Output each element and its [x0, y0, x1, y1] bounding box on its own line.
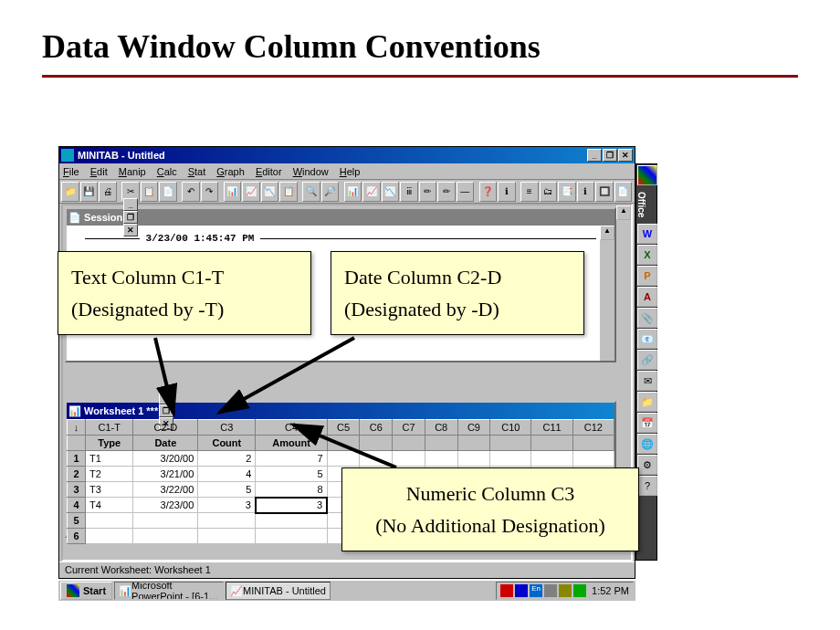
toolbar-button[interactable]: ⅲ	[400, 182, 418, 202]
session-maximize[interactable]: ❐	[123, 211, 138, 224]
toolbar-button[interactable]: 📈	[242, 182, 260, 202]
cell[interactable]: 3/20/00	[133, 451, 198, 467]
taskbar-task[interactable]: 📈 MINITAB - Untitled	[226, 582, 331, 600]
toolbar-button[interactable]: 📊	[224, 182, 242, 202]
cell[interactable]	[425, 451, 457, 467]
access-icon[interactable]: A	[637, 287, 657, 307]
minimize-button[interactable]: _	[587, 149, 602, 162]
col-header[interactable]: C3	[198, 420, 256, 436]
maximize-button[interactable]: ❐	[603, 149, 617, 162]
cell[interactable]: 7	[256, 451, 327, 467]
settings-icon[interactable]: ⚙	[637, 455, 657, 475]
menu-help[interactable]: Help	[340, 166, 361, 177]
toolbar-button[interactable]: ✏	[419, 182, 437, 202]
toolbar-button[interactable]: 🗂	[540, 182, 558, 202]
toolbar-button[interactable]: 🔍	[302, 182, 320, 202]
cell[interactable]	[327, 451, 360, 467]
cell[interactable]	[490, 451, 531, 467]
cell[interactable]	[133, 513, 198, 529]
session-close[interactable]: ✕	[123, 224, 138, 236]
titlebar[interactable]: MINITAB - Untitled _ ❐ ✕	[59, 147, 635, 163]
toolbar-button[interactable]: 📉	[382, 182, 400, 202]
col-header[interactable]: C8	[425, 420, 457, 436]
excel-icon[interactable]: X	[637, 245, 657, 265]
cell[interactable]	[256, 529, 327, 544]
toolbar-button[interactable]: 📄	[614, 182, 633, 202]
session-scrollbar[interactable]: ▲	[600, 226, 614, 361]
system-tray[interactable]: En 1:52 PM	[496, 582, 634, 600]
cell[interactable]	[393, 451, 425, 467]
cell[interactable]: T1	[86, 451, 133, 467]
cell[interactable]: 4	[198, 467, 256, 482]
toolbar-button[interactable]: 📑	[558, 182, 576, 202]
menu-edit[interactable]: Edit	[90, 166, 108, 177]
shortcut-icon[interactable]: 🔗	[637, 350, 657, 370]
toolbar-button[interactable]: ↶	[182, 182, 200, 202]
row-header[interactable]: 6	[68, 529, 86, 544]
col-name[interactable]	[572, 436, 614, 451]
word-icon[interactable]: W	[637, 224, 657, 244]
taskbar-task[interactable]: 📊 Microsoft PowerPoint - [6-1...	[114, 582, 224, 600]
cell[interactable]: 5	[256, 467, 327, 482]
folder-icon[interactable]: 📁	[637, 392, 657, 412]
toolbar-button[interactable]: 📄	[159, 182, 177, 202]
cell[interactable]: T4	[86, 498, 133, 513]
toolbar-button[interactable]: ≡	[520, 182, 539, 202]
toolbar-button[interactable]: ✏	[437, 182, 456, 202]
cell[interactable]: 3/23/00	[133, 498, 198, 513]
col-name[interactable]	[327, 436, 360, 451]
network-icon[interactable]: 🌐	[637, 434, 657, 454]
col-name[interactable]: Amount	[256, 436, 327, 451]
cell[interactable]	[86, 529, 133, 544]
col-header[interactable]: C6	[360, 420, 393, 436]
col-header[interactable]: C11	[531, 420, 572, 436]
binder-icon[interactable]: 📎	[637, 308, 657, 328]
row-header[interactable]: 2	[68, 467, 86, 482]
col-name[interactable]: Date	[133, 436, 198, 451]
cell[interactable]: 3	[198, 498, 256, 513]
mail-icon[interactable]: ✉	[637, 371, 657, 391]
antivirus-icon[interactable]	[500, 584, 513, 597]
col-name[interactable]	[393, 436, 425, 451]
cell[interactable]: 3/21/00	[133, 467, 198, 482]
session-minimize[interactable]: _	[123, 198, 138, 211]
outlook-icon[interactable]: 📧	[637, 329, 657, 349]
cell[interactable]	[86, 513, 133, 529]
toolbar-button[interactable]: 🖨	[99, 182, 117, 202]
row-header[interactable]: 5	[68, 513, 86, 529]
menu-calc[interactable]: Calc	[157, 166, 177, 177]
col-header[interactable]: C12	[572, 420, 614, 436]
cell[interactable]: 3/22/00	[133, 482, 198, 498]
worksheet-maximize[interactable]: ❐	[159, 404, 173, 417]
cell[interactable]	[572, 451, 614, 467]
cell[interactable]: T3	[86, 482, 133, 498]
cell[interactable]	[133, 529, 198, 544]
toolbar-button[interactable]: 📉	[261, 182, 279, 202]
toolbar-button[interactable]: 💾	[80, 182, 99, 202]
close-button[interactable]: ✕	[618, 149, 633, 162]
row-header[interactable]: 1	[68, 451, 86, 467]
toolbar-button[interactable]: 📋	[279, 182, 298, 202]
col-header[interactable]: C2-D	[133, 420, 198, 436]
powerpoint-icon[interactable]: P	[637, 266, 657, 286]
toolbar-button[interactable]: —	[457, 182, 475, 202]
menu-editor[interactable]: Editor	[256, 166, 282, 177]
schedule-icon[interactable]: 📅	[637, 413, 657, 433]
menu-manip[interactable]: Manip	[119, 166, 146, 177]
cell[interactable]: 8	[256, 482, 327, 498]
toolbar-button[interactable]: 📊	[344, 182, 362, 202]
cell[interactable]: 5	[198, 482, 256, 498]
row-header[interactable]: 3	[68, 482, 86, 498]
col-name[interactable]	[457, 436, 490, 451]
col-header[interactable]: C9	[457, 420, 490, 436]
menu-graph[interactable]: Graph	[216, 166, 245, 177]
cell[interactable]	[198, 513, 256, 529]
col-header[interactable]: C10	[490, 420, 531, 436]
cell[interactable]: 2	[198, 451, 256, 467]
row-header[interactable]: 4	[68, 498, 86, 513]
toolbar-button[interactable]: ℹ	[577, 182, 595, 202]
col-name[interactable]	[360, 436, 393, 451]
cell[interactable]: T2	[86, 467, 133, 482]
col-header[interactable]: C5	[327, 420, 360, 436]
cell[interactable]: 3	[256, 498, 327, 513]
